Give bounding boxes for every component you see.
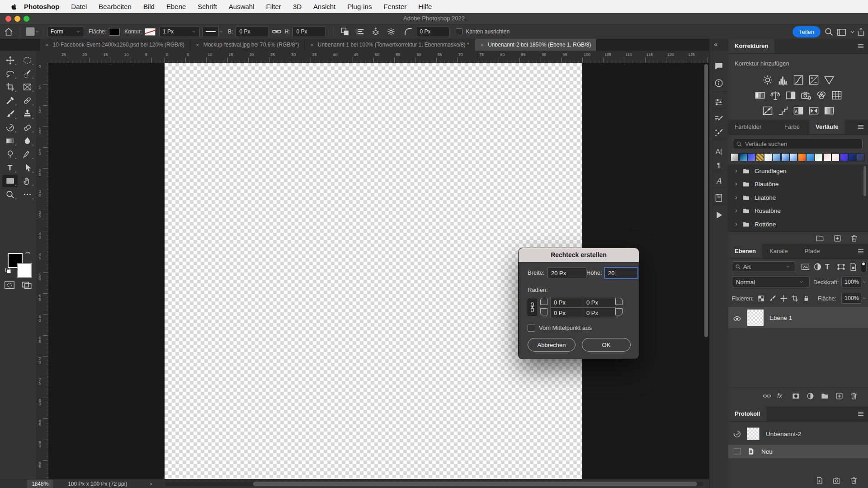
- hand-tool[interactable]: [19, 175, 35, 187]
- radius-top-right-input[interactable]: 0 Px: [583, 297, 616, 308]
- ok-button[interactable]: OK: [582, 338, 631, 352]
- dock-item-paragraph-panel[interactable]: ¶: [712, 158, 725, 171]
- zoom-level-field[interactable]: 1848%: [27, 479, 53, 488]
- gradient-folder-row[interactable]: Rottöne: [728, 218, 868, 231]
- gradient-swatch[interactable]: [815, 153, 823, 161]
- dock-item-character-panel[interactable]: A|: [712, 145, 725, 157]
- quick-mask-icon[interactable]: [4, 279, 15, 289]
- link-radii-icon[interactable]: [528, 299, 537, 316]
- gradient-swatch[interactable]: [731, 153, 739, 161]
- workspace-icon[interactable]: [836, 27, 847, 37]
- vibrance-adjustment-icon[interactable]: [823, 74, 835, 86]
- gradient-swatch[interactable]: [831, 153, 840, 161]
- dock-item-timeline-panel[interactable]: [712, 209, 725, 221]
- shape-width-input[interactable]: 0 Px: [236, 27, 269, 37]
- gradient-list-scrollbar[interactable]: [863, 166, 866, 196]
- menu-item-3d[interactable]: 3D: [287, 0, 307, 13]
- history-row[interactable]: Neu: [728, 445, 868, 458]
- layer-styles-icon[interactable]: fx: [777, 392, 786, 400]
- elliptical-marquee-tool[interactable]: [19, 54, 35, 66]
- document-tab-4[interactable]: ×Unbenannt-2 bei 1850% (Ebene 1, RGB/8): [475, 39, 597, 51]
- lock-pixels-icon[interactable]: [769, 295, 776, 302]
- share-button[interactable]: Teilen: [793, 26, 821, 38]
- fill-color-swatch[interactable]: [109, 28, 120, 36]
- close-tab-icon[interactable]: ×: [310, 42, 314, 48]
- gradient-swatch[interactable]: [840, 153, 848, 161]
- trash-icon[interactable]: [850, 234, 859, 243]
- threshold-adjustment-icon[interactable]: [793, 105, 804, 117]
- align-edges-checkbox[interactable]: [456, 28, 462, 35]
- corner-radius-input[interactable]: 0 Px: [416, 27, 449, 37]
- screen-mode-icon[interactable]: [21, 279, 33, 289]
- chevron-right-icon[interactable]: [734, 195, 739, 200]
- menu-item-hilfe[interactable]: Hilfe: [412, 0, 438, 13]
- layer-row[interactable]: Ebene 1: [728, 307, 868, 328]
- close-tab-icon[interactable]: ×: [196, 42, 199, 48]
- gradient-tool[interactable]: [2, 135, 18, 147]
- brightness-contrast-adjustment-icon[interactable]: [762, 74, 774, 86]
- gradient-folder-row[interactable]: Grundlagen: [728, 164, 868, 178]
- object-selection-tool[interactable]: [19, 68, 35, 80]
- cancel-button[interactable]: Abbrechen: [528, 338, 576, 352]
- stroke-width-input[interactable]: 1 Px: [159, 27, 200, 37]
- filter-pixel-layers-icon[interactable]: [801, 262, 810, 272]
- menu-item-auswahl[interactable]: Auswahl: [223, 0, 260, 13]
- panel-menu-icon[interactable]: [857, 410, 864, 418]
- stroke-style-select[interactable]: [203, 27, 219, 37]
- menu-item-schrift[interactable]: Schrift: [192, 0, 223, 13]
- gradient-map-adjustment-icon[interactable]: [808, 105, 820, 117]
- stroke-color-swatch[interactable]: [145, 28, 156, 36]
- chevron-down-icon[interactable]: [849, 29, 855, 38]
- filter-type-layers-icon[interactable]: T: [825, 262, 835, 272]
- add-mask-icon[interactable]: [792, 392, 800, 400]
- shape-height-input[interactable]: 0 Px: [292, 27, 326, 37]
- crop-tool[interactable]: [2, 81, 18, 93]
- menu-item-datei[interactable]: Datei: [65, 0, 93, 13]
- tab-farbe[interactable]: Farbe: [778, 120, 806, 134]
- close-tab-icon[interactable]: ×: [481, 42, 484, 48]
- chevron-right-icon[interactable]: [734, 222, 739, 227]
- lock-artboard-icon[interactable]: [791, 295, 799, 302]
- eraser-tool[interactable]: [19, 122, 35, 134]
- radius-bottom-right-input[interactable]: 0 Px: [583, 307, 616, 318]
- new-gradient-icon[interactable]: [833, 234, 842, 243]
- type-tool[interactable]: T: [2, 162, 18, 174]
- gradient-swatch[interactable]: [857, 153, 865, 161]
- chevron-down-icon[interactable]: [219, 29, 223, 34]
- tab-protokoll[interactable]: Protokoll: [728, 407, 766, 421]
- new-adjustment-layer-icon[interactable]: [806, 392, 815, 400]
- vertical-scrollbar[interactable]: [704, 64, 708, 337]
- from-center-checkbox[interactable]: [528, 324, 535, 332]
- horizontal-ruler[interactable]: 2520151050510152025303540455055606570758…: [48, 51, 709, 63]
- brush-tool[interactable]: [2, 108, 18, 120]
- color-lookup-adjustment-icon[interactable]: [831, 89, 843, 101]
- channel-mixer-adjustment-icon[interactable]: [816, 89, 827, 101]
- dock-item-brush-settings-panel[interactable]: [712, 113, 725, 126]
- tab-kan-le[interactable]: Kanäle: [763, 244, 794, 258]
- layer-filter-select[interactable]: Art: [732, 261, 795, 272]
- link-layers-icon[interactable]: [763, 392, 771, 400]
- dock-item-libraries-panel[interactable]: [712, 192, 725, 204]
- close-tab-icon[interactable]: ×: [45, 42, 49, 48]
- blur-tool[interactable]: [19, 135, 35, 147]
- lock-position-icon[interactable]: [780, 295, 788, 302]
- path-alignment-icon[interactable]: [355, 27, 365, 37]
- new-snapshot-icon[interactable]: [832, 476, 841, 485]
- dodge-tool[interactable]: [2, 148, 18, 160]
- dock-item-comments-panel[interactable]: [712, 60, 725, 72]
- gradient-swatch[interactable]: [747, 153, 755, 161]
- document-tab-3[interactable]: ×Unbenannt-1 bei 100% (Tonwertkorrektur …: [305, 39, 475, 51]
- horizontal-scrollbar-track[interactable]: [165, 482, 703, 486]
- lock-all-icon[interactable]: [802, 295, 810, 302]
- tab-korrekturen[interactable]: Korrekturen: [728, 39, 774, 53]
- posterize-adjustment-icon[interactable]: [777, 105, 789, 117]
- dock-item-glyphs-panel[interactable]: A: [712, 174, 725, 187]
- shape-mode-select[interactable]: Form: [47, 27, 84, 37]
- menu-item-ebene[interactable]: Ebene: [160, 0, 192, 13]
- gradient-swatch[interactable]: [756, 153, 764, 161]
- collapse-panels-icon[interactable]: «: [714, 40, 717, 48]
- invert-adjustment-icon[interactable]: [762, 105, 774, 117]
- photo-filter-adjustment-icon[interactable]: [800, 89, 812, 101]
- pen-tool[interactable]: [19, 148, 35, 160]
- gradient-swatch[interactable]: [823, 153, 831, 161]
